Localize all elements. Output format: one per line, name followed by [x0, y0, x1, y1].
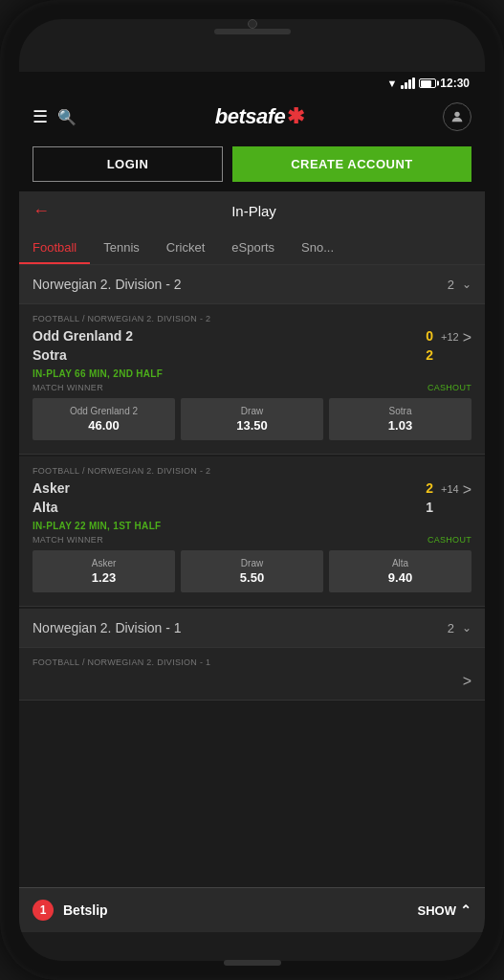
- tab-tennis[interactable]: Tennis: [90, 231, 153, 264]
- match-card-1: FOOTBALL / NORWEGIAN 2. DIVISION - 2 Ask…: [19, 457, 485, 607]
- match-breadcrumb-0: FOOTBALL / NORWEGIAN 2. DIVISION - 2: [33, 314, 471, 323]
- match-breadcrumb-1: FOOTBALL / NORWEGIAN 2. DIVISION - 2: [33, 466, 471, 476]
- svg-point-0: [454, 112, 459, 117]
- menu-icon[interactable]: ☰: [33, 106, 48, 127]
- odds-btn-1-0[interactable]: Asker 1.23: [33, 550, 175, 592]
- odds-btn-0-0[interactable]: Odd Grenland 2 46.00: [33, 398, 175, 440]
- main-content: Norwegian 2. Division - 2 2 ⌄ FOOTBALL /…: [19, 265, 485, 887]
- match-scores-nav-0: 0 2 +12 >: [426, 327, 471, 365]
- match-status-1: IN-PLAY 22 MIN, 1ST HALF: [33, 521, 471, 531]
- match-status-0: IN-PLAY 66 MIN, 2ND HALF: [33, 368, 471, 379]
- phone-screen: ▼ 12:30 ☰: [19, 19, 485, 961]
- league-count-0: 2: [448, 278, 454, 292]
- team2-name-0: Sotra: [33, 346, 426, 366]
- league-count-1: 2: [448, 621, 454, 635]
- match-card-0: FOOTBALL / NORWEGIAN 2. DIVISION - 2 Odd…: [19, 304, 485, 455]
- phone-frame: ▼ 12:30 ☰: [0, 0, 504, 980]
- phone-camera: [248, 19, 257, 29]
- wifi-icon: ▼: [386, 78, 397, 89]
- inplay-title: In-Play: [59, 203, 449, 219]
- match-teams-row-1: Asker Alta 2 1 +14 >: [33, 479, 471, 517]
- league-name-1: Norwegian 2. Division - 1: [33, 620, 182, 635]
- logo-text: betsafe: [215, 104, 286, 129]
- match-scores-nav-1: 2 1 +14 >: [426, 479, 471, 517]
- battery-icon: [419, 78, 436, 88]
- match-teams-0: Odd Grenland 2 Sotra: [33, 327, 426, 365]
- logo-star: ✱: [287, 104, 304, 129]
- market-status-row-0: MATCH WINNER CASHOUT: [33, 383, 471, 398]
- logo: betsafe ✱: [215, 104, 305, 129]
- tab-esports[interactable]: eSports: [218, 231, 288, 264]
- match-teams-row-0: Odd Grenland 2 Sotra 0 2 +12 >: [33, 327, 471, 365]
- market-label-1: MATCH WINNER: [33, 535, 103, 545]
- match-nav-arrow-1[interactable]: >: [463, 481, 471, 499]
- score1-1: 2: [426, 479, 433, 499]
- more-markets-0: +12: [441, 331, 459, 343]
- team1-name-1: Asker: [33, 479, 426, 499]
- status-time: 12:30: [440, 77, 470, 90]
- betslip-badge: 1: [33, 900, 54, 921]
- league-right-1: 2 ⌄: [448, 621, 471, 635]
- scores-col-1: 2 1: [426, 479, 433, 517]
- odds-btn-0-1[interactable]: Draw 13.50: [181, 398, 323, 440]
- app-screen: ▼ 12:30 ☰: [19, 72, 485, 932]
- chevron-down-icon-0: ⌄: [462, 278, 471, 291]
- league-right-0: 2 ⌄: [448, 278, 471, 292]
- home-button[interactable]: [224, 960, 281, 966]
- inplay-header: ← In-Play: [19, 191, 485, 231]
- phone-speaker: [214, 29, 291, 34]
- auth-buttons: LOGIN CREATE ACCOUNT: [19, 139, 485, 191]
- betslip-bar[interactable]: 1 Betslip SHOW ⌃: [19, 887, 485, 932]
- market-status-row-1: MATCH WINNER CASHOUT: [33, 535, 471, 550]
- league2-nav-arrow[interactable]: >: [463, 673, 471, 690]
- chevron-up-icon: ⌃: [460, 902, 471, 918]
- market-label-0: MATCH WINNER: [33, 383, 103, 392]
- match-card-league2: FOOTBALL / NORWEGIAN 2. DIVISION - 1 >: [19, 648, 485, 701]
- signal-icon: [401, 78, 415, 89]
- app-header: ☰ 🔍 betsafe ✱: [19, 95, 485, 139]
- scores-col-0: 0 2: [426, 327, 433, 365]
- status-icons: ▼ 12:30: [386, 77, 470, 90]
- odds-btn-1-1[interactable]: Draw 5.50: [181, 550, 323, 592]
- show-label: SHOW: [418, 903, 456, 918]
- login-button[interactable]: LOGIN: [33, 146, 223, 182]
- team2-name-1: Alta: [33, 499, 426, 518]
- score1-0: 0: [426, 327, 433, 346]
- odds-row-1: Asker 1.23 Draw 5.50 Alta 9.40: [33, 550, 471, 592]
- more-markets-1: +14: [441, 483, 459, 495]
- tab-football[interactable]: Football: [19, 231, 90, 264]
- cashout-label-0: CASHOUT: [427, 383, 471, 392]
- create-account-button[interactable]: CREATE ACCOUNT: [232, 146, 471, 182]
- sport-tabs: Football Tennis Cricket eSports Sno...: [19, 231, 485, 265]
- odds-row-0: Odd Grenland 2 46.00 Draw 13.50 Sotra 1.…: [33, 398, 471, 440]
- score2-0: 2: [426, 346, 433, 366]
- status-bar: ▼ 12:30: [19, 72, 485, 95]
- match-teams-1: Asker Alta: [33, 479, 426, 517]
- match-breadcrumb-league2: FOOTBALL / NORWEGIAN 2. DIVISION - 1: [33, 657, 471, 667]
- header-left: ☰ 🔍: [33, 106, 77, 127]
- match-nav-arrow-0[interactable]: >: [463, 329, 471, 346]
- odds-btn-1-2[interactable]: Alta 9.40: [329, 550, 471, 592]
- league-name-0: Norwegian 2. Division - 2: [33, 277, 182, 292]
- league-header-0[interactable]: Norwegian 2. Division - 2 2 ⌄: [19, 265, 485, 304]
- tab-snooker[interactable]: Sno...: [288, 231, 347, 264]
- betslip-label: Betslip: [63, 902, 418, 918]
- tab-cricket[interactable]: Cricket: [153, 231, 218, 264]
- back-button[interactable]: ←: [33, 201, 50, 221]
- betslip-show-button[interactable]: SHOW ⌃: [418, 902, 471, 918]
- search-icon[interactable]: 🔍: [57, 108, 77, 126]
- cashout-label-1: CASHOUT: [427, 535, 471, 545]
- score2-1: 1: [426, 499, 433, 518]
- team1-name-0: Odd Grenland 2: [33, 327, 426, 346]
- odds-btn-0-2[interactable]: Sotra 1.03: [329, 398, 471, 440]
- chevron-down-icon-1: ⌄: [462, 621, 471, 635]
- user-icon[interactable]: [443, 102, 471, 131]
- league-header-1[interactable]: Norwegian 2. Division - 1 2 ⌄: [19, 609, 485, 648]
